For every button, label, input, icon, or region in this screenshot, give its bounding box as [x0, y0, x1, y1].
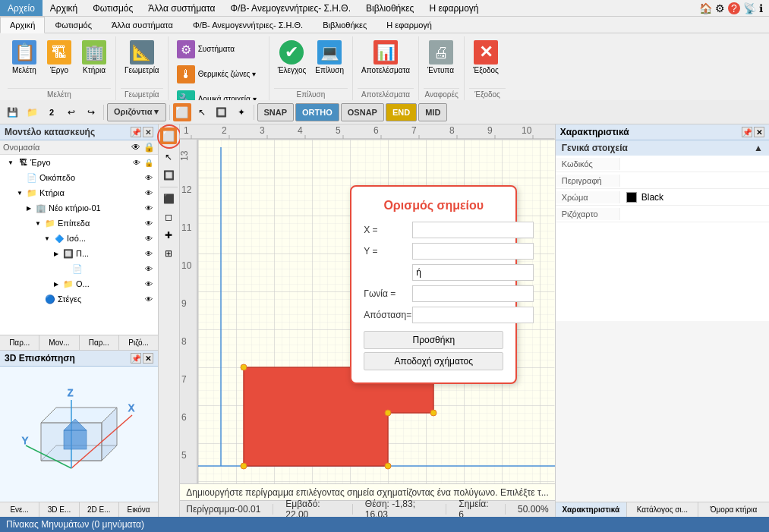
num2-btn[interactable]: 2 [43, 103, 61, 121]
menu-home[interactable]: Αρχική [43, 0, 85, 16]
toggle-epipeda[interactable]: ▼ [33, 219, 43, 228]
ribbon-btn-study[interactable]: 📋 Μελέτη [8, 36, 41, 77]
kodikos-value[interactable] [620, 158, 769, 170]
ribbon-btn-solve[interactable]: 💻 Επίλυση [311, 36, 348, 77]
props-section-general[interactable]: Γενικά στοιχεία ▲ [556, 140, 769, 156]
right-panel-close[interactable]: ✕ [754, 127, 764, 137]
toggle-ktiria[interactable]: ▼ [15, 188, 24, 197]
tree-item-o[interactable]: ▶ 📁 Ο... 👁 [0, 276, 158, 291]
toggle-iso[interactable]: ▼ [43, 234, 52, 243]
o-eye[interactable]: 👁 [143, 278, 155, 290]
toggle-neo[interactable]: ▶ [24, 203, 33, 212]
menu-other-systems[interactable]: Άλλα συστήματα [140, 0, 222, 16]
rizocharto-value[interactable] [620, 208, 769, 220]
settings-icon[interactable]: ⚙ [715, 2, 725, 14]
tree-item-iso[interactable]: ▼ 🔷 Ισό... 👁 [0, 231, 158, 246]
tree-item-pi[interactable]: ▶ 🔲 Π... 👁 [0, 246, 158, 261]
toolbar-btn-3[interactable]: ⬛ [160, 190, 177, 207]
tree-item-unnamed[interactable]: ▶ 📄 👁 [0, 261, 158, 276]
menu-pv[interactable]: Φ/Β- Ανεμογεννήτριες- Σ.Η.Θ. [223, 0, 358, 16]
toggle-pi[interactable]: ▶ [52, 249, 61, 258]
ribbon-tab-app[interactable]: Η εφαρμογή [377, 17, 442, 33]
mid-toggle[interactable]: MID [418, 103, 447, 121]
tab-par1[interactable]: Παρ... [0, 335, 39, 350]
ribbon-btn-work[interactable]: 🏗 Έργο [43, 36, 76, 77]
toolbar-btn-4[interactable]: ◻ [160, 209, 177, 225]
active-tool-btn[interactable]: ⬜ [160, 127, 177, 144]
horizonta-dropdown[interactable]: Οριζόντια ▾ [107, 103, 166, 121]
ribbon-btn-results[interactable]: 📊 Αποτελέσματα [358, 36, 414, 77]
tree-item-neo[interactable]: ▶ 🏢 Νέο κτήριο-01 👁 [0, 200, 158, 216]
iso-eye[interactable]: 👁 [143, 232, 155, 244]
color-swatch[interactable] [626, 192, 637, 203]
ribbon-btn-systems[interactable]: ⚙ Συστήματα [173, 36, 264, 61]
tab-eikona[interactable]: Εικόνα [119, 502, 158, 517]
ribbon-tab-pv[interactable]: Φ/Β- Ανεμογεννήτριες- Σ.Η.Θ. [183, 17, 313, 33]
toolbar-btn-2[interactable]: 🔲 [160, 167, 177, 184]
tree-item-ergo[interactable]: ▼ 🏗 Έργο 👁 🔒 [0, 155, 158, 170]
tab-par2[interactable]: Παρ... [80, 335, 119, 350]
dialog-y-input[interactable] [412, 243, 534, 260]
ktiria-eye[interactable]: 👁 [143, 187, 155, 199]
tab-rizo[interactable]: Ριζό... [119, 335, 158, 350]
toolbar-btn-1[interactable]: ↖ [160, 149, 177, 165]
osnap-toggle[interactable]: OSNAP [341, 103, 384, 121]
dialog-distance-input[interactable] [412, 307, 534, 323]
ergo-eye[interactable]: 👁 [131, 156, 143, 168]
save-btn[interactable]: 💾 [3, 103, 21, 121]
model-panel-pin[interactable]: 📌 [131, 127, 141, 137]
ribbon-tab-other[interactable]: Άλλα συστήματα [102, 17, 183, 33]
tab-mon[interactable]: Μον... [39, 335, 79, 350]
tab-catalog[interactable]: Κατάλογος σι... [627, 502, 698, 517]
menu-libraries[interactable]: Βιβλιοθήκες [358, 0, 421, 16]
tree-item-epipeda[interactable]: ▼ 📁 Επίπεδα 👁 [0, 216, 158, 231]
toggle-ergo[interactable]: ▼ [6, 158, 15, 167]
redo-btn[interactable]: ↪ [82, 103, 100, 121]
unnamed-eye[interactable]: 👁 [143, 263, 155, 275]
help-icon[interactable]: ? [728, 2, 740, 14]
view3d-pin[interactable]: 📌 [131, 353, 141, 364]
dialog-eta-input[interactable] [412, 264, 534, 281]
ribbon-btn-exit[interactable]: ✕ Έξοδος [469, 36, 503, 77]
end-toggle[interactable]: END [386, 103, 417, 121]
pi-eye[interactable]: 👁 [143, 247, 155, 260]
tree-item-ktiria[interactable]: ▼ 📁 Κτήρια 👁 [0, 185, 158, 200]
tab-3de[interactable]: 3D Ε... [39, 502, 79, 517]
undo-btn[interactable]: ↩ [62, 103, 80, 121]
kodikos-input[interactable] [626, 159, 763, 168]
chroma-value[interactable]: Black [620, 190, 769, 204]
orange-tool-icon[interactable]: ⬜ [173, 103, 191, 121]
open-btn[interactable]: 📁 [23, 103, 41, 121]
tab-similar[interactable]: Όμορα κτήρια [698, 502, 769, 517]
ortho-toggle[interactable]: ORTHO [295, 103, 339, 121]
menu-file[interactable]: Αρχείο [0, 0, 43, 16]
dialog-add-btn[interactable]: Προσθήκη [364, 331, 503, 349]
cursor-tool[interactable]: ↖ [193, 103, 211, 121]
ribbon-btn-check[interactable]: ✔ Έλεγχος [274, 36, 310, 77]
tab-characteristics[interactable]: Χαρακτηριστικά [556, 502, 627, 517]
toggle-o[interactable]: ▶ [52, 279, 61, 288]
dialog-angle-input[interactable] [412, 285, 534, 302]
ribbon-tab-lighting[interactable]: Φωτισμός [45, 17, 102, 33]
perigrafi-input[interactable] [626, 176, 763, 185]
toolbar-btn-5[interactable]: ✚ [160, 227, 177, 244]
tree-item-steges[interactable]: ▶ 🔵 Στέγες 👁 [0, 291, 158, 307]
neo-eye[interactable]: 👁 [143, 202, 155, 214]
view3d-close[interactable]: ✕ [143, 353, 153, 364]
tab-2de[interactable]: 2D Ε... [80, 502, 119, 517]
rizocharto-input[interactable] [626, 209, 763, 219]
ribbon-btn-buildings[interactable]: 🏢 Κτήρια [77, 36, 111, 77]
snap-tool[interactable]: 🔲 [213, 103, 231, 121]
dialog-accept-btn[interactable]: Αποδοχή σχήματος [364, 352, 503, 370]
tree-item-oikopedo[interactable]: ▶ 📄 Οικόπεδο 👁 [0, 170, 158, 185]
star-tool[interactable]: ✦ [232, 103, 251, 121]
tab-ene[interactable]: Ενε... [0, 502, 39, 517]
ribbon-tab-libraries[interactable]: Βιβλιοθήκες [313, 17, 377, 33]
right-panel-pin[interactable]: 📌 [742, 127, 752, 137]
ribbon-btn-geometry[interactable]: 📐 Γεωμετρία [121, 36, 163, 77]
model-panel-close[interactable]: ✕ [143, 127, 153, 137]
perigrafi-value[interactable] [620, 175, 769, 187]
dialog-x-input[interactable] [412, 222, 534, 238]
info-icon[interactable]: ℹ [759, 2, 763, 14]
toolbar-btn-6[interactable]: ⊞ [160, 245, 177, 262]
